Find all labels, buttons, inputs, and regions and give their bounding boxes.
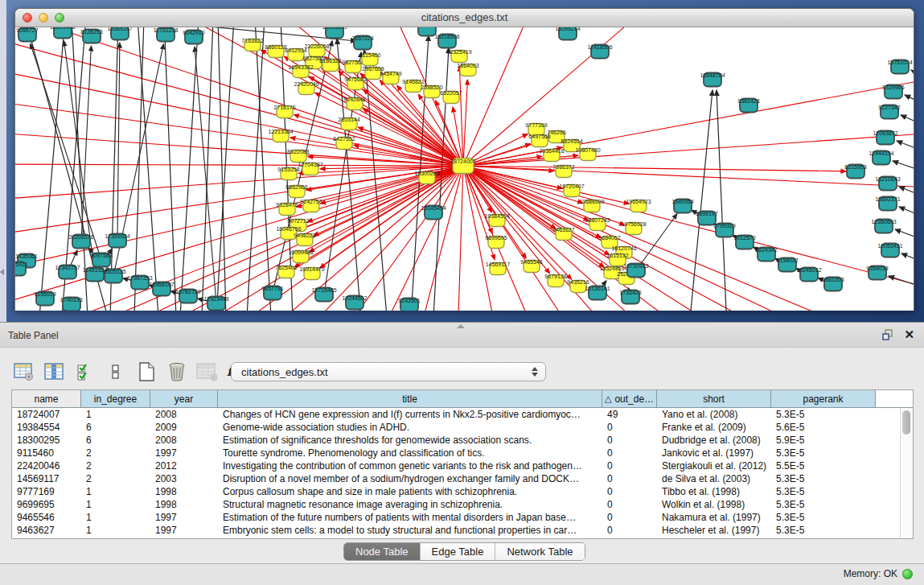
table-cell[interactable]: 2	[81, 447, 150, 459]
float-panel-icon[interactable]	[882, 329, 894, 340]
graph-node[interactable]: 9154032	[776, 257, 798, 272]
network-window-titlebar[interactable]: citations_edges.txt	[15, 9, 914, 27]
graph-node[interactable]: 8128253	[80, 29, 102, 43]
select-all-icon[interactable]	[74, 360, 97, 383]
table-row[interactable]: 946554611997Estimation of the future num…	[12, 511, 913, 524]
graph-node[interactable]: 9361428	[737, 98, 759, 113]
table-cell[interactable]: Dudbridge et al. (2008)	[657, 434, 771, 447]
table-cell[interactable]: 5.3E-5	[771, 408, 876, 421]
graph-node[interactable]: 9679138	[544, 274, 566, 287]
graph-node[interactable]: 9097588	[90, 253, 112, 267]
table-cell[interactable]: Embryonic stem cells: a model to study s…	[218, 524, 602, 537]
graph-node[interactable]: 9242848	[343, 97, 365, 110]
table-cell[interactable]: 5.3E-5	[771, 447, 876, 459]
graph-node[interactable]: 7625402	[275, 265, 297, 278]
graph-node[interactable]: 20691406	[50, 27, 75, 39]
table-cell[interactable]: 9115460	[12, 447, 81, 459]
table-cell[interactable]: 14569117	[12, 472, 81, 485]
graph-node[interactable]: 20206576	[68, 234, 93, 249]
citation-network-graph[interactable]: 1872400771638228860128891293423226058982…	[15, 27, 914, 311]
table-cell[interactable]: 5.9E-5	[771, 434, 876, 447]
graph-node[interactable]: 12350693	[871, 219, 896, 233]
graph-node[interactable]: 10565197	[107, 27, 132, 40]
table-row[interactable]: 911546021997Tourette syndrome. Phenomeno…	[12, 447, 913, 459]
graph-node[interactable]: 12418506	[587, 44, 612, 59]
graph-node[interactable]: 11451934	[83, 267, 108, 282]
table-row[interactable]: 977716911998Corpus callosum shape and si…	[12, 485, 913, 498]
graph-node[interactable]: 9055727	[16, 27, 38, 42]
graph-node[interactable]: 15716485	[311, 287, 336, 302]
graph-node[interactable]: 15136141	[585, 286, 610, 300]
graph-node[interactable]: 9475685	[344, 76, 366, 90]
column-header-title[interactable]: title	[218, 390, 602, 407]
graph-node[interactable]: 9042910	[183, 30, 204, 44]
graph-node[interactable]: 10053431	[877, 243, 902, 257]
graph-node[interactable]: 17359924	[105, 233, 129, 248]
table-row[interactable]: 2242004622012Investigating the contribut…	[12, 459, 913, 472]
graph-node[interactable]: 16914479	[299, 266, 324, 280]
graph-node[interactable]: 7857224	[351, 35, 373, 50]
table-cell[interactable]: 22420046	[12, 459, 81, 472]
table-cell[interactable]: 1997	[150, 447, 218, 459]
table-cell[interactable]: 2	[81, 459, 150, 472]
graph-node[interactable]: 3915911	[15, 262, 27, 276]
graph-node[interactable]: 9498222	[294, 233, 315, 246]
graph-node[interactable]: 9861203	[822, 277, 844, 291]
graph-node[interactable]: 1640954	[671, 199, 693, 213]
graph-node[interactable]: 9463627	[552, 227, 574, 241]
table-cell[interactable]: Structural magnetic resonance image aver…	[218, 498, 602, 511]
table-cell[interactable]: 5.3E-5	[771, 524, 876, 537]
graph-node[interactable]: 12325419	[446, 49, 471, 63]
graph-node[interactable]: 9155019	[34, 291, 55, 306]
tab-edge-table[interactable]: Edge Table	[421, 543, 496, 560]
table-cell[interactable]: 6	[81, 421, 150, 434]
table-cell[interactable]: Tourette syndrome. Phenomenology and cla…	[218, 447, 602, 459]
table-cell[interactable]: 2003	[150, 472, 218, 485]
table-cell[interactable]: 0	[602, 472, 657, 485]
table-cell[interactable]: 9699695	[12, 498, 81, 511]
table-cell[interactable]: Estimation of the future numbers of pati…	[218, 511, 602, 524]
graph-node[interactable]: 8622088	[287, 149, 309, 163]
network-window[interactable]: citations_edges.txt 18724007716382288601…	[14, 8, 914, 311]
graph-node[interactable]: 9857791	[261, 286, 283, 300]
graph-node[interactable]: 9115460	[359, 52, 381, 66]
column-header-pagerank[interactable]: pagerank	[771, 390, 876, 407]
table-cell[interactable]: 5.3E-5	[771, 485, 876, 498]
column-header-name[interactable]: name	[12, 390, 81, 407]
graph-node[interactable]: 2718176	[273, 105, 295, 118]
graph-node[interactable]: 16543382	[288, 64, 313, 78]
table-cell[interactable]: 1997	[150, 511, 218, 524]
table-cell[interactable]: 18300295	[12, 434, 81, 447]
graph-node[interactable]: 10244502	[342, 295, 367, 310]
table-cell[interactable]: Genome-wide association studies in ADHD.	[218, 421, 602, 434]
table-cell[interactable]: 0	[602, 421, 657, 434]
table-cell[interactable]: Corpus callosum shape and size in male p…	[218, 485, 602, 498]
table-cell[interactable]: 0	[602, 524, 657, 537]
table-cell[interactable]: 1	[81, 524, 150, 537]
table-cell[interactable]: 0	[602, 498, 657, 511]
column-header-short[interactable]: short	[657, 390, 771, 407]
column-header-in_degree[interactable]: in_degree	[81, 390, 150, 407]
table-cell[interactable]: 9463627	[12, 524, 81, 537]
table-cell[interactable]: 6	[81, 434, 150, 447]
table-cell[interactable]: 5.5E-5	[771, 459, 876, 472]
table-row[interactable]: 1872400712008Changes of HCN gene express…	[12, 408, 913, 421]
panel-divider-handle[interactable]	[457, 324, 465, 328]
graph-node[interactable]: 8860128	[265, 44, 286, 58]
graph-node[interactable]: 19218506	[434, 34, 459, 48]
table-cell[interactable]: 1	[81, 408, 150, 421]
new-table-icon[interactable]	[135, 360, 158, 383]
graph-hub-node[interactable]: 18724007	[450, 159, 475, 174]
graph-node[interactable]: 10730913	[623, 263, 648, 278]
graph-node[interactable]: 15692371	[875, 196, 900, 211]
table-cell[interactable]: 49	[602, 408, 657, 421]
show-column-icon[interactable]	[43, 360, 66, 383]
table-cell[interactable]: 5.3E-5	[771, 472, 876, 485]
table-row[interactable]: 1830029562008Estimation of significance …	[12, 434, 913, 447]
graph-node[interactable]: 9227342	[878, 105, 900, 119]
table-cell[interactable]: Yano et al. (2008)	[657, 408, 771, 421]
table-cell[interactable]: 2008	[150, 408, 218, 421]
delete-table-icon[interactable]	[196, 360, 219, 383]
graph-node[interactable]: 8740133	[60, 297, 82, 311]
tab-network-table[interactable]: Network Table	[495, 543, 584, 560]
